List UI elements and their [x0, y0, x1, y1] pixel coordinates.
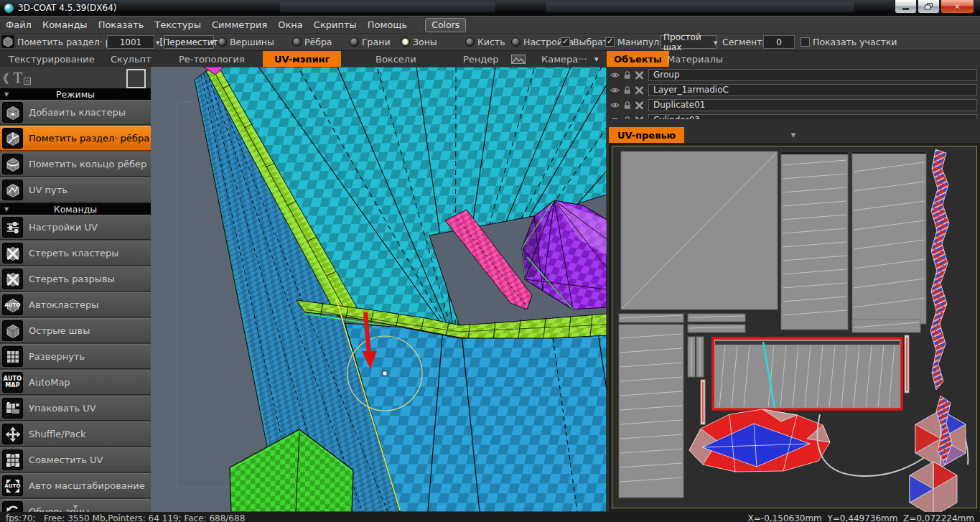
segments-label: Сегменты — [722, 34, 769, 50]
tab-render[interactable]: Рендер — [460, 51, 502, 67]
chevron-down-icon: ▼ — [4, 91, 9, 98]
sidebar-item-label: Упаковать UV — [29, 403, 96, 414]
radio-brush[interactable]: Кисть — [465, 34, 505, 50]
sidebar-item-sharp-seams[interactable]: Острые швы — [0, 318, 151, 343]
eye-icon[interactable] — [610, 116, 620, 120]
tab-sculpt[interactable]: Скульпт — [108, 51, 154, 67]
delete-icon[interactable] — [634, 116, 645, 120]
cube-edge-ring-icon — [2, 154, 23, 174]
cube-auto-icon: AUTO — [2, 294, 23, 315]
section-header-commands[interactable]: ▼Команды — [0, 203, 151, 215]
sidebar-item-add-clusters[interactable]: Добавить кластеры — [0, 100, 151, 125]
tab-retopology[interactable]: Ре-топология — [176, 51, 248, 67]
transform-dropdown[interactable]: [Переместит — [164, 35, 214, 49]
auto-scale-icon: AUTO — [2, 475, 23, 496]
uv-preview-panel — [609, 143, 980, 512]
sidebar-item-merge-uv[interactable]: Совместить UV — [0, 447, 151, 472]
restore-icon[interactable] — [918, 0, 940, 14]
radio-faces[interactable]: Грани — [350, 34, 391, 50]
auto-icon-text: AUTO — [3, 483, 22, 489]
section-header-modes[interactable]: ▼Режимы — [0, 88, 151, 100]
minimize-icon[interactable] — [895, 0, 917, 14]
pack-grid-icon — [2, 398, 23, 419]
window-title: 3D-COAT 4.5.39(DX64) — [18, 3, 117, 13]
tab-uv-mapping[interactable]: UV-мэпинг — [263, 51, 341, 67]
sidebar-item-shuffle-pack[interactable]: Shuffle/Pack — [0, 421, 151, 447]
collapse-panel-icon[interactable]: ❰ — [1, 71, 11, 84]
object-row[interactable]: Layer_1armadioC — [607, 83, 980, 98]
segments-field[interactable]: 0 — [763, 35, 795, 49]
object-name-field[interactable]: Group — [648, 69, 977, 81]
menu-item-file[interactable]: Файл — [6, 19, 32, 30]
swatch-box[interactable] — [126, 69, 146, 88]
colors-button[interactable]: Colors — [425, 18, 466, 32]
object-row[interactable]: Duplicate01 — [607, 98, 980, 113]
sidebar-item-erase-clusters[interactable]: Стереть кластеры — [0, 241, 151, 266]
eye-icon[interactable] — [610, 70, 620, 80]
radio-islands[interactable]: Зоны — [401, 34, 437, 50]
delete-icon[interactable] — [634, 101, 645, 111]
tab-texturing[interactable]: Текстурирование — [6, 51, 98, 67]
object-name-field[interactable]: Cylinder03 — [648, 114, 977, 119]
object-row[interactable]: Group — [607, 67, 980, 83]
sliders-icon — [2, 217, 23, 238]
chevron-down-icon[interactable]: ▼ — [210, 34, 214, 51]
lock-icon[interactable] — [622, 85, 633, 95]
checker-pattern-dropdown[interactable]: Простой шах — [661, 35, 717, 49]
sidebar-item-auto-clusters[interactable]: AUTO Автокластеры — [0, 292, 151, 317]
radio-label: Рёбра — [304, 37, 332, 47]
tab-uv-preview[interactable]: UV-превью — [609, 127, 684, 143]
sidebar-item-label: Настройки UV — [29, 222, 98, 233]
delete-icon[interactable] — [634, 70, 645, 80]
sidebar-item-mark-edge-ring[interactable]: Пометить кольцо рёбер — [0, 152, 151, 177]
lock-icon[interactable] — [622, 116, 633, 120]
menu-item-view[interactable]: Показать — [98, 19, 144, 30]
camera-dropdown[interactable]: Камера··· — [538, 51, 590, 67]
close-icon[interactable]: ✕ — [941, 0, 974, 14]
chevron-down-icon[interactable]: ▼ — [594, 52, 598, 67]
sidebar-item-mark-seams[interactable]: Пометить раздел· рёбра — [0, 126, 151, 151]
viewport-3d-render[interactable] — [151, 67, 607, 512]
scroll-more-icon[interactable]: ▼ — [0, 503, 151, 511]
delete-icon[interactable] — [634, 85, 645, 95]
sidebar-item-unwrap[interactable]: Развернуть — [0, 344, 151, 369]
radio-vertices[interactable]: Вершины — [218, 34, 274, 50]
object-name-field[interactable]: Duplicate01 — [648, 99, 977, 111]
menu-item-windows[interactable]: Окна — [278, 19, 303, 30]
viewport-3d[interactable] — [151, 67, 607, 512]
menu-item-scripts[interactable]: Скрипты — [314, 19, 357, 30]
sidebar-item-label: Авто масштабирование — [29, 480, 145, 491]
cube-mark-edges-icon — [2, 128, 23, 149]
tab-voxels[interactable]: Воксели — [373, 51, 419, 67]
sidebar-item-pack-uv[interactable]: Упаковать UV — [0, 396, 151, 421]
object-name-field[interactable]: Layer_1armadioC — [648, 84, 977, 96]
menu-item-commands[interactable]: Команды — [42, 19, 88, 30]
eye-icon[interactable] — [610, 85, 620, 95]
image-icon[interactable] — [511, 51, 526, 67]
sidebar-item-label: AutoMap — [29, 377, 70, 388]
eye-icon[interactable] — [610, 101, 620, 111]
object-row[interactable]: Cylinder03 — [607, 113, 980, 119]
sidebar-item-uv-settings[interactable]: Настройки UV — [0, 215, 151, 240]
menu-item-help[interactable]: Помощь — [368, 19, 407, 30]
menu-item-symmetry[interactable]: Симметрия — [212, 19, 267, 30]
lock-icon[interactable] — [622, 101, 633, 111]
sidebar-item-uv-path[interactable]: UV путь — [0, 177, 151, 202]
sidebar-item-auto-scale[interactable]: AUTO Авто масштабирование — [0, 473, 151, 498]
radio-edges[interactable]: Рёбра — [292, 34, 332, 50]
radio-label: Зоны — [413, 37, 437, 47]
uv-preview-canvas[interactable] — [609, 143, 980, 512]
title-bar[interactable]: 3D-COAT 4.5.39(DX64) ✕ — [0, 0, 980, 16]
sidebar-item-erase-seams[interactable]: Стереть разрывы — [0, 266, 151, 292]
main-area: ❰ T ▼Режимы Добавить кластеры Пометить р… — [0, 67, 980, 512]
menu-item-textures[interactable]: Текстуры — [154, 19, 201, 30]
tab-materials[interactable]: Материалы — [664, 51, 726, 67]
chevron-down-icon[interactable]: ▼ — [714, 34, 717, 51]
lock-icon[interactable] — [622, 70, 633, 80]
tab-objects[interactable]: Объекты — [607, 51, 669, 67]
show-patches-checkbox[interactable]: ✓Показать участки — [801, 34, 897, 50]
selected-uv-island[interactable] — [713, 338, 902, 409]
uv-set-field[interactable]: 1001 — [107, 35, 154, 49]
map-icon-text: MAP — [3, 382, 22, 388]
sidebar-item-automap[interactable]: AUTOMAP AutoMap — [0, 370, 151, 395]
